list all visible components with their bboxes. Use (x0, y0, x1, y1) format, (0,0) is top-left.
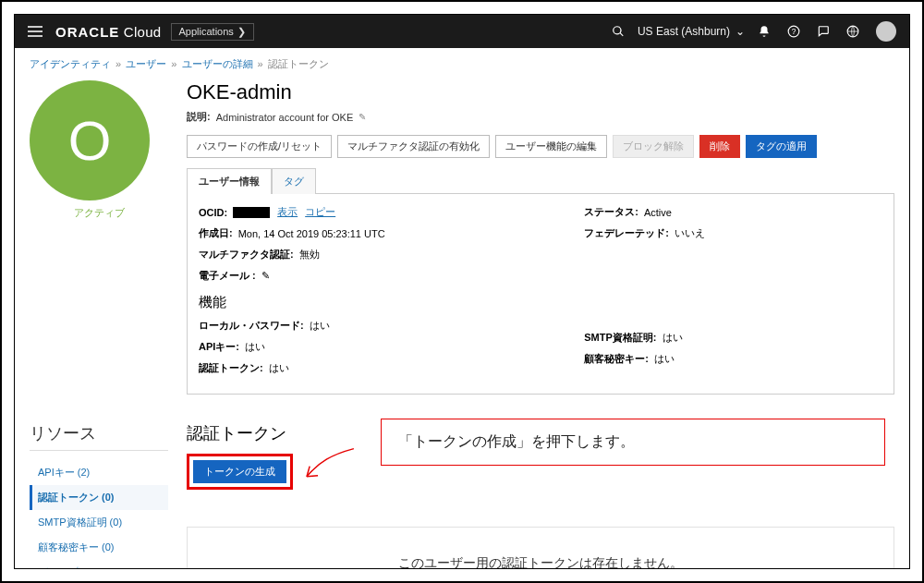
smtp-value: はい (663, 331, 683, 345)
bell-icon[interactable] (754, 21, 774, 42)
apikey-label: APIキー: (199, 340, 239, 354)
ocid-masked-value (233, 207, 270, 218)
resource-item-smtp[interactable]: SMTP資格証明 (0) (30, 510, 168, 535)
desc-value: Administrator account for OKE (216, 112, 354, 123)
edit-email-icon[interactable]: ✎ (261, 270, 270, 282)
empty-tokens-panel: このユーザー用の認証トークンは存在しません。 トークンの生成 (187, 527, 894, 568)
apply-tags-button[interactable]: タグの適用 (746, 135, 817, 158)
avatar-initial: O (68, 109, 112, 173)
chat-icon[interactable] (813, 21, 833, 42)
federated-value: いいえ (675, 226, 705, 240)
edit-user-button[interactable]: ユーザー機能の編集 (495, 135, 607, 158)
breadcrumb-sep: » (258, 58, 263, 69)
resources-heading: リソース (30, 422, 168, 451)
region-selector[interactable]: US East (Ashburn) ⌄ (638, 25, 745, 38)
user-info-panel: OCID: 表示 コピー 作成日: Mon, 14 Oct 2019 05:23… (187, 193, 894, 395)
breadcrumb: アイデンティティ » ユーザー » ユーザーの詳細 » 認証トークン (15, 48, 909, 80)
mfa-value: 無効 (299, 248, 320, 261)
authtoken-value: はい (269, 361, 289, 375)
region-label: US East (Ashburn) (638, 25, 730, 38)
edit-desc-icon[interactable]: ✎ (359, 112, 366, 122)
empty-tokens-message: このユーザー用の認証トークンは存在しません。 (199, 555, 882, 568)
mfa-label: マルチファクタ認証: (199, 248, 294, 261)
callout-annotation: 「トークンの作成」を押下します。 (381, 419, 885, 466)
avatar-status: アクティブ (30, 206, 168, 220)
ocid-label: OCID: (199, 207, 227, 218)
tab-bar: ユーザー情報 タグ (187, 167, 894, 193)
smtp-label: SMTP資格証明: (584, 331, 656, 345)
page-title: OKE-admin (187, 80, 894, 104)
unblock-button: ブロック解除 (613, 135, 694, 158)
brand-light: Cloud (124, 24, 162, 40)
chevron-right-icon: ❯ (237, 26, 246, 38)
secret-label: 顧客秘密キー: (584, 352, 649, 366)
resource-item-secretkeys[interactable]: 顧客秘密キー (0) (30, 535, 168, 560)
hamburger-menu-icon[interactable] (24, 22, 46, 41)
breadcrumb-sep: » (116, 58, 121, 69)
top-navbar: ORACLE Cloud Applications ❯ US East (Ash… (15, 15, 909, 48)
callout-arrow-icon (295, 443, 366, 492)
generate-token-button[interactable]: トークンの生成 (193, 460, 286, 483)
email-label: 電子メール : (199, 269, 256, 283)
help-icon[interactable]: ? (784, 21, 804, 42)
generate-token-highlight: トークンの生成 (187, 454, 293, 490)
brand-logo: ORACLE Cloud (55, 24, 162, 40)
desc-label: 説明: (187, 110, 211, 124)
breadcrumb-link[interactable]: アイデンティティ (30, 58, 111, 69)
breadcrumb-current: 認証トークン (268, 58, 329, 69)
status-label: ステータス: (584, 205, 638, 219)
ocid-show-link[interactable]: 表示 (277, 205, 298, 219)
user-avatar-icon[interactable] (872, 18, 900, 45)
breadcrumb-link[interactable]: ユーザー (126, 58, 166, 69)
secret-value: はい (654, 352, 675, 366)
svg-text:?: ? (792, 28, 796, 36)
ocid-copy-link[interactable]: コピー (305, 205, 335, 219)
apikey-value: はい (245, 340, 265, 354)
action-button-row: パスワードの作成/リセット マルチファクタ認証の有効化 ユーザー機能の編集 ブロ… (187, 135, 894, 158)
chevron-down-icon: ⌄ (736, 25, 745, 38)
callout-text: 「トークンの作成」を押下します。 (398, 433, 635, 449)
tab-user-info[interactable]: ユーザー情報 (187, 168, 272, 194)
authtoken-label: 認証トークン: (199, 361, 263, 375)
tab-tags[interactable]: タグ (272, 168, 316, 194)
breadcrumb-link[interactable]: ユーザーの詳細 (182, 58, 253, 69)
enable-mfa-button[interactable]: マルチファクタ認証の有効化 (337, 135, 490, 158)
created-value: Mon, 14 Oct 2019 05:23:11 UTC (238, 228, 385, 239)
reset-password-button[interactable]: パスワードの作成/リセット (187, 135, 332, 158)
resource-item-groups[interactable]: グループ (30, 560, 168, 568)
delete-button[interactable]: 削除 (699, 135, 740, 158)
applications-label: Applications (179, 26, 234, 37)
status-value: Active (644, 207, 672, 218)
feature-heading: 機能 (199, 294, 556, 311)
federated-label: フェデレーテッド: (584, 226, 669, 240)
created-label: 作成日: (199, 226, 233, 240)
resource-item-apikeys[interactable]: APIキー (2) (30, 460, 168, 485)
globe-icon[interactable] (843, 21, 863, 42)
local-pw-label: ローカル・パスワード: (199, 319, 304, 333)
brand-bold: ORACLE (55, 24, 119, 40)
search-icon[interactable] (608, 21, 628, 42)
user-avatar-circle: O (30, 80, 150, 200)
resource-item-authtokens[interactable]: 認証トークン (0) (30, 485, 168, 510)
applications-dropdown[interactable]: Applications ❯ (171, 23, 254, 41)
breadcrumb-sep: » (171, 58, 176, 69)
local-pw-value: はい (310, 319, 330, 333)
